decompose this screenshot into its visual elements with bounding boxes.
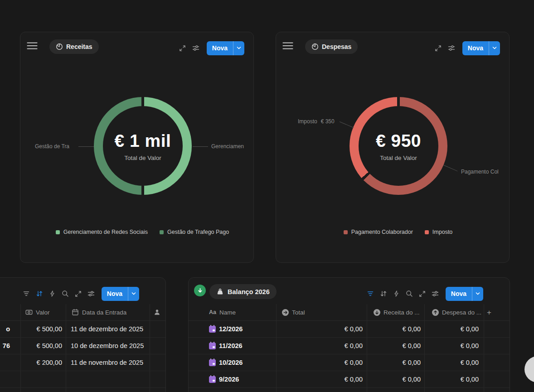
new-entry-dropdown[interactable]	[489, 41, 500, 55]
data-cell[interactable]: 11 de novembro de 2025	[66, 354, 150, 371]
valor-cell[interactable]	[21, 371, 66, 387]
legend-item[interactable]: Gerenciamento de Redes Sociais	[56, 229, 148, 235]
person-cell[interactable]	[150, 338, 165, 354]
expand-icon[interactable]	[179, 45, 186, 52]
total-cell[interactable]: € 0,00	[277, 321, 367, 337]
chart-view-tab-despesas[interactable]: Despesas	[305, 39, 358, 54]
sort-icon[interactable]	[380, 290, 387, 297]
table-row[interactable]	[189, 388, 510, 392]
column-header-total[interactable]: Total	[277, 304, 367, 320]
new-entry-split-button[interactable]: Nova	[207, 41, 244, 55]
plus-icon[interactable]: +	[487, 309, 491, 316]
name-cell[interactable]: o	[0, 321, 21, 337]
total-cell[interactable]: € 0,00	[277, 371, 367, 387]
legend-item[interactable]: Gestão de Trafego Pago	[160, 229, 229, 235]
new-entry-button[interactable]: Nova	[462, 41, 489, 55]
help-button[interactable]: ?	[524, 356, 534, 382]
column-header-despesa[interactable]: Despesa do ...	[425, 304, 484, 320]
table-row[interactable]: o € 500,00 11 de dezembro de 2025	[0, 321, 165, 338]
despesas-donut-chart[interactable]: € 950 Total de Valor	[350, 97, 447, 195]
name-cell[interactable]	[0, 371, 21, 387]
chart-view-tab-receitas[interactable]: Receitas	[49, 39, 99, 54]
table-row[interactable]: 9/2026 € 0,00 € 0,00 € 0,00	[189, 371, 510, 388]
view-settings-icon[interactable]	[192, 44, 199, 52]
person-cell[interactable]	[150, 388, 165, 392]
receita-cell[interactable]: € 0,00	[367, 354, 425, 371]
view-settings-icon[interactable]	[87, 290, 95, 297]
name-cell[interactable]	[189, 388, 277, 392]
column-header-name[interactable]: Aa Name	[189, 304, 277, 320]
person-cell[interactable]	[150, 371, 165, 387]
new-entry-button[interactable]: Nova	[207, 41, 233, 55]
column-header-person[interactable]	[150, 304, 165, 320]
name-cell[interactable]	[0, 388, 21, 392]
new-row-button[interactable]: Nova	[102, 287, 128, 301]
table-row[interactable]: 76 € 500,00 10 de dezembro de 2025	[0, 338, 165, 354]
receita-cell[interactable]	[367, 388, 425, 392]
drag-handle-menu-icon[interactable]	[27, 41, 38, 50]
table-row[interactable]: 12/2026 € 0,00 € 0,00 € 0,00	[189, 321, 510, 338]
data-cell[interactable]	[66, 388, 150, 392]
green-down-arrow-badge[interactable]	[194, 285, 206, 296]
balanco-view-tab[interactable]: Balanço 2026	[209, 284, 277, 299]
expand-icon[interactable]	[419, 290, 426, 297]
name-cell[interactable]: 10/2026	[189, 354, 277, 371]
search-icon[interactable]	[406, 290, 413, 297]
table-row[interactable]	[0, 371, 165, 388]
valor-cell[interactable]: € 500,00	[21, 321, 66, 337]
receita-cell[interactable]: € 0,00	[367, 338, 425, 354]
despesa-cell[interactable]	[425, 388, 484, 392]
total-cell[interactable]	[277, 388, 367, 392]
despesa-cell[interactable]: € 0,00	[425, 371, 484, 387]
person-cell[interactable]	[150, 321, 165, 337]
data-cell[interactable]: 11 de dezembro de 2025	[66, 321, 150, 337]
automation-bolt-icon[interactable]	[49, 290, 56, 297]
sort-icon[interactable]	[36, 290, 43, 297]
despesa-cell[interactable]: € 0,00	[425, 338, 484, 354]
valor-cell[interactable]: € 500,00	[21, 338, 66, 354]
new-row-button[interactable]: Nova	[446, 287, 472, 301]
table-row[interactable]	[0, 388, 165, 392]
filter-icon[interactable]	[367, 290, 374, 297]
drag-handle-menu-icon[interactable]	[282, 41, 293, 50]
expand-icon[interactable]	[435, 45, 442, 52]
despesa-cell[interactable]: € 0,00	[425, 321, 484, 337]
legend-item[interactable]: Pagamento Colaborador	[344, 229, 413, 235]
search-icon[interactable]	[62, 290, 69, 297]
valor-cell[interactable]	[21, 388, 66, 392]
name-cell[interactable]: 76	[0, 338, 21, 354]
receitas-donut-chart[interactable]: € 1 mil Total de Valor	[94, 97, 192, 195]
column-header-data[interactable]: Data da Entrada	[66, 304, 150, 320]
view-settings-icon[interactable]	[448, 44, 455, 52]
new-entry-dropdown[interactable]	[233, 41, 244, 55]
automation-bolt-icon[interactable]	[393, 290, 400, 297]
receita-cell[interactable]: € 0,00	[367, 321, 425, 337]
new-row-dropdown[interactable]	[472, 287, 483, 301]
receita-cell[interactable]: € 0,00	[367, 371, 425, 387]
total-cell[interactable]: € 0,00	[277, 338, 367, 354]
name-cell[interactable]: 9/2026	[189, 371, 277, 387]
add-column-header[interactable]: +	[484, 304, 510, 320]
table-row[interactable]: 10/2026 € 0,00 € 0,00 € 0,00	[189, 354, 510, 371]
column-header-title[interactable]	[0, 304, 21, 320]
despesa-cell[interactable]: € 0,00	[425, 354, 484, 371]
new-row-split-button[interactable]: Nova	[102, 287, 139, 301]
valor-cell[interactable]: € 200,00	[21, 354, 66, 371]
new-entry-split-button[interactable]: Nova	[462, 41, 500, 55]
table-row[interactable]: € 200,00 11 de novembro de 2025	[0, 354, 165, 371]
column-header-valor[interactable]: Valor	[21, 304, 66, 320]
column-header-receita[interactable]: Receita do ...	[367, 304, 425, 320]
data-cell[interactable]	[66, 371, 150, 387]
name-cell[interactable]: 11/2026	[189, 338, 277, 354]
new-row-split-button[interactable]: Nova	[446, 287, 483, 301]
data-cell[interactable]: 10 de dezembro de 2025	[66, 338, 150, 354]
table-row[interactable]: 11/2026 € 0,00 € 0,00 € 0,00	[189, 338, 510, 354]
legend-item[interactable]: Imposto	[425, 229, 452, 235]
new-row-dropdown[interactable]	[128, 287, 139, 301]
view-settings-icon[interactable]	[432, 290, 439, 297]
person-cell[interactable]	[150, 354, 165, 371]
name-cell[interactable]	[0, 354, 21, 371]
expand-icon[interactable]	[75, 290, 82, 297]
name-cell[interactable]: 12/2026	[189, 321, 277, 337]
total-cell[interactable]: € 0,00	[277, 354, 367, 371]
